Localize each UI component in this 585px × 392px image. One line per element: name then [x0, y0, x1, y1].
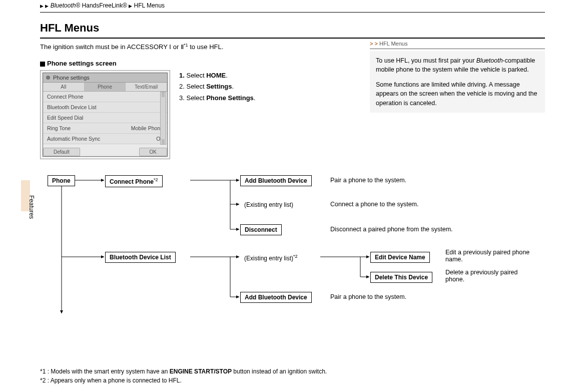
desc-existing-list: Connect a phone to the system. [330, 201, 419, 208]
node-add-bluetooth: Add Bluetooth Device [240, 175, 312, 186]
node-existing-list-2: (Existing entry list)*2 [240, 252, 302, 263]
page-title: HFL Menus [40, 22, 545, 35]
steps-list: 1. Select HOME. 2. Select Settings. 3. S… [179, 70, 255, 159]
tab-all: All [43, 83, 85, 91]
breadcrumb-item: HFL Menus [134, 2, 165, 9]
breadcrumb: ▶ ▶ Bluetooth® HandsFreeLink® ▶ HFL Menu… [0, 0, 585, 9]
node-delete-this-device: Delete This Device [370, 272, 432, 283]
node-disconnect: Disconnect [240, 224, 282, 235]
ok-button: OK [139, 148, 167, 156]
divider [40, 12, 545, 13]
node-add-bluetooth-2: Add Bluetooth Device [240, 292, 312, 303]
breadcrumb-item: HandsFreeLink [82, 2, 123, 9]
tab-textemail: Text/Email [126, 83, 167, 91]
scrollbar [160, 92, 166, 145]
chevron-right-icon: ▶ [40, 4, 44, 9]
square-icon [40, 62, 45, 67]
info-breadcrumb: > > HFL Menus [370, 41, 545, 48]
desc-disconnect: Disconnect a paired phone from the syste… [330, 226, 453, 233]
desc-add-bluetooth: Pair a phone to the system. [330, 177, 406, 184]
features-label: Features [28, 195, 35, 219]
divider [370, 49, 545, 49]
menu-tree-diagram: Phone Connect Phone*2 Add Bluetooth Devi… [40, 169, 360, 319]
desc-edit-device-name: Edit a previously paired phone name. [445, 249, 535, 263]
node-bluetooth-device-list: Bluetooth Device List [105, 252, 176, 263]
dot-icon [46, 76, 50, 80]
tab-phone: Phone [85, 83, 126, 91]
info-box: To use HFL, you must first pair your Blu… [370, 51, 545, 113]
desc-delete-this-device: Delete a previously paired phone. [445, 269, 535, 283]
ignition-note: The ignition switch must be in ACCESSORY… [40, 43, 360, 51]
subheading: Phone settings screen [40, 60, 360, 67]
chevron-right-icon: ▶ [129, 4, 132, 9]
breadcrumb-item: Bluetooth [51, 2, 76, 9]
phone-settings-screenshot: Phone settings All Phone Text/Email Conn… [40, 70, 170, 159]
footnotes: *1 : Models with the smart entry system … [40, 367, 327, 385]
chevron-right-icon: ▶ [45, 4, 49, 9]
desc-add-bluetooth-2: Pair a phone to the system. [330, 293, 406, 300]
node-edit-device-name: Edit Device Name [370, 252, 430, 263]
node-phone: Phone [48, 175, 75, 186]
default-button: Default [43, 148, 80, 156]
node-connect-phone: Connect Phone*2 [105, 175, 163, 187]
node-existing-list: (Existing entry list) [240, 200, 297, 210]
